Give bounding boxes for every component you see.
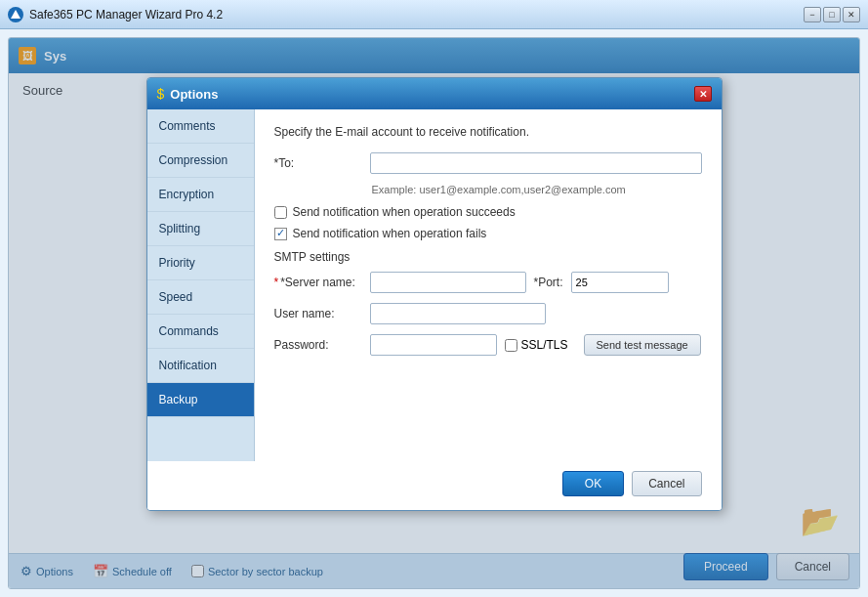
modal-close-button[interactable]: ✕ [694, 86, 712, 102]
password-row: Password: SSL/TLS Send test message [274, 334, 702, 356]
window-controls: − □ ✕ [804, 7, 860, 22]
ssl-label: SSL/TLS [521, 338, 568, 352]
modal-title-text: Options [170, 87, 687, 102]
inner-panel: 🖼 Sys Source 📂 ⚙ Options 📅 Schedule off … [8, 37, 860, 589]
close-button[interactable]: ✕ [843, 7, 860, 22]
window-body: 🖼 Sys Source 📂 ⚙ Options 📅 Schedule off … [0, 29, 868, 597]
cancel-button[interactable]: Cancel [632, 471, 701, 496]
modal-overlay: $ Options ✕ Comments Compression Encrypt… [9, 38, 859, 588]
nav-item-encryption[interactable]: Encryption [147, 178, 254, 212]
modal-title-icon: $ [157, 86, 165, 102]
nav-item-notification[interactable]: Notification [147, 349, 254, 383]
minimize-button[interactable]: − [804, 7, 821, 22]
modal-body: Comments Compression Encryption Splittin… [147, 109, 722, 461]
nav-item-compression[interactable]: Compression [147, 144, 254, 178]
server-input[interactable] [370, 272, 526, 293]
modal-description: Specify the E-mail account to receive no… [274, 125, 702, 139]
smtp-heading: SMTP settings [274, 250, 702, 264]
ssl-checkbox[interactable] [505, 339, 517, 352]
nav-item-comments[interactable]: Comments [147, 109, 254, 144]
password-label: Password: [274, 338, 362, 352]
modal-content-area: Specify the E-mail account to receive no… [255, 109, 722, 461]
check-fail-row: Send notification when operation fails [274, 227, 702, 240]
nav-item-backup[interactable]: Backup [147, 383, 254, 417]
restore-button[interactable]: □ [823, 7, 841, 22]
nav-item-priority[interactable]: Priority [147, 246, 254, 280]
check-fail-input[interactable] [274, 228, 287, 240]
ssl-checkbox-group: SSL/TLS [505, 338, 568, 352]
modal-titlebar: $ Options ✕ [147, 78, 722, 109]
nav-item-splitting[interactable]: Splitting [147, 212, 254, 246]
to-row: *To: [274, 152, 702, 174]
to-input[interactable] [370, 152, 702, 174]
nav-item-commands[interactable]: Commands [147, 315, 254, 349]
window-title: Safe365 PC Manager Wizard Pro 4.2 [29, 8, 798, 21]
check-success-row: Send notification when operation succeed… [274, 205, 702, 219]
username-input[interactable] [370, 303, 546, 324]
title-bar: Safe365 PC Manager Wizard Pro 4.2 − □ ✕ [0, 0, 868, 29]
port-label: *Port: [534, 276, 563, 289]
ok-button[interactable]: OK [562, 471, 624, 496]
port-input[interactable] [571, 272, 669, 293]
nav-item-speed[interactable]: Speed [147, 280, 254, 315]
svg-marker-0 [11, 10, 21, 19]
options-dialog: $ Options ✕ Comments Compression Encrypt… [146, 77, 723, 511]
app-icon [8, 7, 23, 22]
to-label: *To: [274, 156, 362, 170]
server-label: *Server name: [274, 276, 362, 289]
example-text: Example: user1@example.com,user2@example… [372, 184, 702, 195]
check-fail-label: Send notification when operation fails [293, 227, 487, 240]
username-row: User name: [274, 303, 702, 324]
modal-nav: Comments Compression Encryption Splittin… [147, 109, 255, 461]
check-success-label: Send notification when operation succeed… [293, 205, 516, 219]
server-port-row: *Server name: *Port: [274, 272, 702, 293]
check-success-input[interactable] [274, 206, 287, 219]
user-label: User name: [274, 307, 362, 320]
test-message-button[interactable]: Send test message [584, 334, 701, 356]
modal-footer: OK Cancel [147, 461, 722, 510]
password-input[interactable] [370, 334, 497, 356]
